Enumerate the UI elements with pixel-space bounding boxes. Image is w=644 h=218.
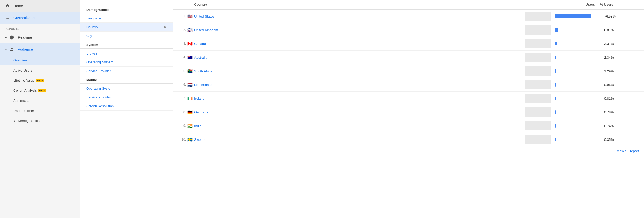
users-cell xyxy=(525,107,551,117)
pct-value: 2.34% xyxy=(604,56,617,59)
country-link[interactable]: Netherlands xyxy=(194,83,212,87)
bar-fill xyxy=(555,28,558,32)
sidebar-item-audiences[interactable]: Audiences xyxy=(0,96,80,106)
flag-cell: 🇬🇧 xyxy=(186,28,194,33)
table-row: 4.🇦🇺Australia2.34% xyxy=(173,51,644,64)
menu-link-operating-system[interactable]: Operating System xyxy=(80,58,173,67)
country-link[interactable]: India xyxy=(194,124,201,128)
menu-link-service-provider[interactable]: Service Provider xyxy=(80,93,173,102)
users-cell xyxy=(525,53,551,62)
main-content: DemographicsLanguageCountry▶CitySystemBr… xyxy=(80,0,644,218)
bar-container xyxy=(555,69,602,73)
menu-link-label: Service Provider xyxy=(86,95,111,99)
users-cell xyxy=(525,12,551,21)
realtime-icon xyxy=(9,35,15,40)
sidebar-home-label: Home xyxy=(13,4,23,8)
flag-cell: 🇸🇪 xyxy=(186,137,194,142)
pct-value: 0.74% xyxy=(604,124,617,128)
bar-fill xyxy=(555,124,556,128)
menu-link-label: City xyxy=(86,34,92,38)
sidebar-item-active-users[interactable]: Active Users xyxy=(0,65,80,75)
pct-container: 1.29% xyxy=(551,69,639,73)
rank-cell: 4. xyxy=(178,56,186,59)
users-cell xyxy=(525,135,551,144)
country-link[interactable]: South Africa xyxy=(194,69,212,73)
pct-value: 0.81% xyxy=(604,97,617,100)
reports-section-label: REPORTS xyxy=(0,24,80,32)
sidebar-realtime-label: Realtime xyxy=(18,35,32,40)
table-row: 3.🇨🇦Canada3.31% xyxy=(173,37,644,51)
bar-tick xyxy=(554,83,554,86)
pct-container: 76.53% xyxy=(551,14,639,18)
sidebar-item-user-explorer[interactable]: User Explorer xyxy=(0,106,80,116)
menu-panel: DemographicsLanguageCountry▶CitySystemBr… xyxy=(80,0,173,218)
menu-link-operating-system[interactable]: Operating System xyxy=(80,84,173,93)
sidebar-item-customization[interactable]: Customization xyxy=(0,12,80,24)
sidebar-item-cohort-analysis[interactable]: Cohort Analysis BETA xyxy=(0,85,80,96)
country-link[interactable]: Ireland xyxy=(194,97,205,100)
bar-fill xyxy=(555,69,556,73)
table-row: 5.🇿🇦South Africa1.29% xyxy=(173,64,644,78)
bar-container xyxy=(555,83,602,87)
pct-container: 0.81% xyxy=(551,97,639,100)
menu-link-label: Operating System xyxy=(86,87,113,90)
table-row: 2.🇬🇧United Kingdom6.81% xyxy=(173,23,644,37)
pct-container: 0.78% xyxy=(551,110,639,114)
flag-cell: 🇿🇦 xyxy=(186,69,194,74)
pct-container: 2.34% xyxy=(551,56,639,59)
table-row: 1.🇺🇸United States76.53% xyxy=(173,10,644,23)
users-header: Users xyxy=(572,3,598,6)
country-link[interactable]: United Kingdom xyxy=(194,28,218,32)
menu-link-city[interactable]: City xyxy=(80,32,173,40)
pct-container: 0.74% xyxy=(551,124,639,128)
sidebar-demographics-label: Demographics xyxy=(18,119,40,123)
users-cell xyxy=(525,25,551,35)
menu-section-title: Demographics xyxy=(80,5,173,13)
sidebar-active-users-label: Active Users xyxy=(13,68,32,72)
bar-container xyxy=(555,14,602,18)
menu-link-label: Language xyxy=(86,16,101,20)
menu-link-screen-resolution[interactable]: Screen Resolution xyxy=(80,102,173,111)
sidebar-item-overview[interactable]: Overview xyxy=(0,55,80,65)
rank-cell: 3. xyxy=(178,42,186,45)
sidebar-audience-label: Audience xyxy=(18,47,33,51)
rank-cell: 6. xyxy=(178,83,186,87)
bar-container xyxy=(555,28,602,32)
menu-link-language[interactable]: Language xyxy=(80,14,173,23)
country-cell: Australia xyxy=(194,56,525,59)
menu-link-service-provider[interactable]: Service Provider xyxy=(80,67,173,75)
country-link[interactable]: Germany xyxy=(194,110,208,114)
menu-link-browser[interactable]: Browser xyxy=(80,49,173,58)
sidebar-item-demographics[interactable]: ► Demographics xyxy=(0,116,80,126)
users-cell xyxy=(525,80,551,89)
view-full-report-link[interactable]: view full report xyxy=(173,146,644,155)
country-cell: India xyxy=(194,124,525,128)
audience-icon xyxy=(9,46,15,52)
sidebar-item-lifetime-value[interactable]: Lifetime Value BETA xyxy=(0,75,80,85)
pct-value: 0.78% xyxy=(604,110,617,114)
bar-fill xyxy=(555,42,557,45)
country-link[interactable]: United States xyxy=(194,14,214,18)
bar-tick xyxy=(554,138,554,141)
bar-fill xyxy=(555,110,556,114)
table-row: 6.🇳🇱Netherlands0.96% xyxy=(173,78,644,92)
bar-tick xyxy=(554,97,554,100)
sidebar-item-audience[interactable]: ▼ Audience xyxy=(0,43,80,55)
country-link[interactable]: Australia xyxy=(194,56,207,59)
sidebar-item-realtime[interactable]: ► Realtime xyxy=(0,32,80,43)
flag-cell: 🇳🇱 xyxy=(186,82,194,87)
flag-cell: 🇨🇦 xyxy=(186,41,194,46)
menu-link-label: Screen Resolution xyxy=(86,104,114,108)
sidebar: Home Customization REPORTS ► Realtime ▼ … xyxy=(0,0,80,218)
country-link[interactable]: Sweden xyxy=(194,138,206,142)
pct-header: % Users xyxy=(598,3,639,6)
sidebar-item-home[interactable]: Home xyxy=(0,0,80,12)
table-header: Country Users % Users xyxy=(173,0,644,10)
country-link[interactable]: Canada xyxy=(194,42,206,46)
menu-link-country[interactable]: Country▶ xyxy=(80,23,173,32)
pct-value: 1.29% xyxy=(604,69,617,73)
rank-cell: 10. xyxy=(178,138,186,141)
flag-cell: 🇮🇪 xyxy=(186,96,194,101)
menu-section-title: System xyxy=(80,40,173,49)
pct-container: 3.31% xyxy=(551,42,639,46)
